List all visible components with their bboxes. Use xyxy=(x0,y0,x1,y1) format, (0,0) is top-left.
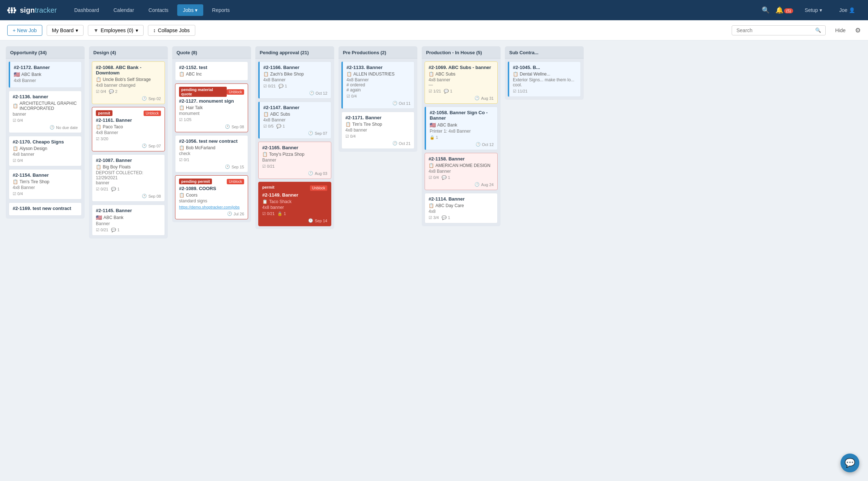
card-link[interactable]: https://demo.shoptracker.com/jobs xyxy=(179,205,244,209)
card--2-1145--banner[interactable]: #2-1145. Banner🇺🇸ABC BankBanner☑ 0/21💬 1 xyxy=(92,205,165,236)
card-title: #2-1147. Banner xyxy=(263,105,327,110)
card-meta: ☑ 0/21 xyxy=(262,164,327,169)
nav-reports[interactable]: Reports xyxy=(206,4,235,16)
column-header-pending_approval: Pending approval (21) xyxy=(255,46,334,59)
nav-jobs[interactable]: Jobs xyxy=(177,4,203,16)
column-header-opportunity: Opportunity (34) xyxy=(6,46,85,59)
unblock-button[interactable]: Unblock xyxy=(227,89,244,95)
card-title: #2-1154. Banner xyxy=(13,172,78,178)
nav-setup[interactable]: Setup xyxy=(799,4,827,16)
meta-item: ☑ 0/4 xyxy=(13,158,23,163)
file-icon: 📋 xyxy=(263,72,269,77)
column-cards-sub_contra: #2-1045. B...📋Dental Wellne...Exterior S… xyxy=(505,59,584,100)
nav-user[interactable]: Joe 👤 xyxy=(834,4,861,16)
meta-item: 💬 1 xyxy=(444,89,452,94)
unblock-button[interactable]: Unblock xyxy=(227,179,244,184)
card--2-1165--banner[interactable]: #2-1165. Banner📋Tony's Pizza ShopBanner☑… xyxy=(258,142,331,179)
date-text: No due date xyxy=(56,125,78,130)
search-icon[interactable]: 🔍 xyxy=(762,6,770,14)
meta-item: 💬 1 xyxy=(442,215,450,220)
employees-filter-button[interactable]: ▼ Employees (0) ▾ xyxy=(88,25,143,36)
card-meta: ☑ 3/4💬 1 xyxy=(429,215,494,220)
card-company: Paco Taco xyxy=(103,124,123,129)
card--2-1172--banner[interactable]: #2-1172. Banner🇺🇸ABC Bank4x8 Banner xyxy=(9,61,82,88)
card--2-1166--banner[interactable]: #2-1166. Banner📋Zach's Bike Shop4x8 Bann… xyxy=(258,61,331,99)
card-meta: ☑ 0/5💬 1 xyxy=(263,124,327,129)
card--2-1152--test[interactable]: #2-1152. test📋ABC Inc xyxy=(175,61,248,81)
card-meta: ☑ 1/21💬 1 xyxy=(429,89,494,94)
meta-item: 💬 1 xyxy=(442,175,450,180)
card-company: Zach's Bike Shop xyxy=(270,72,304,77)
file-icon: 📋 xyxy=(262,199,268,204)
card-date: 🕐Sep 07 xyxy=(263,131,327,136)
my-board-button[interactable]: My Board ▾ xyxy=(47,25,84,36)
search-input[interactable] xyxy=(736,27,815,33)
date-text: Sep 08 xyxy=(148,194,161,198)
column-header-sub_contra: Sub Contra... xyxy=(505,46,584,59)
card-meta: ☑ 0/4 xyxy=(13,158,78,163)
card-type: monument xyxy=(179,111,244,116)
card--2-1087--banner[interactable]: #2-1087. Banner📋Big Boy FloatsDEPOSIT CO… xyxy=(92,154,165,202)
nav-contacts[interactable]: Contacts xyxy=(143,4,174,16)
card-type: 4x8 Banner xyxy=(96,130,161,135)
bell-icon[interactable]: 🔔(5) xyxy=(775,6,793,14)
card--2-1136--banner[interactable]: #2-1136. banner📋ARCHITECTURAL GRAPHIC IN… xyxy=(9,91,82,133)
kanban-board: Opportunity (34)#2-1172. Banner🇺🇸ABC Ban… xyxy=(0,40,868,481)
card-date: 🕐Sep 08 xyxy=(96,194,161,198)
card--2-1069--abc-subs---banner[interactable]: #2-1069. ABC Subs - banner📋ABC Subs4x8 b… xyxy=(425,61,498,104)
card--2-1154--banner[interactable]: #2-1154. Banner📋Tim's Tire Shop4x8 Banne… xyxy=(9,169,82,199)
card--2-1170--cheapo-signs[interactable]: #2-1170. Cheapo Signs📋Alyson Design4x8 b… xyxy=(9,136,82,166)
nav-dashboard[interactable]: Dashboard xyxy=(68,4,105,16)
card-company: ALLEN INDUSTRIES xyxy=(353,72,395,77)
clock-icon: 🕐 xyxy=(142,96,147,101)
date-text: Sep 07 xyxy=(148,144,161,148)
meta-item: ☑ 0/4 xyxy=(13,118,23,123)
hide-button[interactable]: Hide xyxy=(830,25,851,35)
file-icon: 📋 xyxy=(429,163,434,168)
chat-fab-button[interactable]: 💬 xyxy=(841,454,859,472)
card-meta: ☑ 0/4 xyxy=(13,118,78,123)
card--2-1056--test-new-contract[interactable]: #2-1056. test new contract📋Bob McFarland… xyxy=(175,135,248,172)
card--2-1147--banner[interactable]: #2-1147. Banner📋ABC Subs4x8 Banner☑ 0/5💬… xyxy=(258,102,331,139)
card--2-1058--banner-sign-co---banner[interactable]: #2-1058. Banner Sign Co - Banner🇺🇸ABC Ba… xyxy=(425,107,498,150)
card-date: 🕐Sep 15 xyxy=(179,164,244,169)
date-text: Aug 24 xyxy=(481,182,494,187)
search-box[interactable]: 🔍 xyxy=(732,25,826,35)
card-date: 🕐Aug 03 xyxy=(262,171,327,176)
card-type: 4x8 banner — xyxy=(429,77,494,87)
meta-item: ☑ 0/21 xyxy=(262,164,275,169)
card--2-1161--banner[interactable]: permitUnblock#2-1161. Banner📋Paco Taco4x… xyxy=(92,107,165,151)
card--2-1127--monument-sign[interactable]: pending material quoteUnblock#2-1127. mo… xyxy=(175,83,248,132)
file-icon: 📋 xyxy=(96,77,101,82)
card-company: Taco Shack xyxy=(269,199,292,204)
meta-item: ☑ 0/21 xyxy=(262,211,275,216)
card--2-1089--coors[interactable]: pending permitUnblock#2-1089. COORS📋Coor… xyxy=(175,175,248,219)
card-title: #2-1069. ABC Subs - banner xyxy=(429,65,494,70)
clock-icon: 🕐 xyxy=(142,143,147,148)
unblock-button[interactable]: Unblock xyxy=(310,185,327,191)
card-type: Banner xyxy=(96,221,161,226)
card--2-1171--banner[interactable]: #2-1171. Banner📋Tim's Tire Shop4x8 banne… xyxy=(341,112,414,149)
card-date: 🕐Aug 24 xyxy=(429,182,494,187)
meta-item: ☑ 3/20 xyxy=(96,137,108,141)
card-meta: ☑ 0/4 xyxy=(345,134,410,139)
card-title: #2-1170. Cheapo Signs xyxy=(13,139,78,145)
new-job-button[interactable]: + New Job xyxy=(7,25,42,36)
card--2-1158--banner[interactable]: #2-1158. Banner📋AMERICAN HOME DESIGN4x8 … xyxy=(425,153,498,190)
column-cards-pre_productions: #2-1133. Banner📋ALLEN INDUSTRIES4x8 Bann… xyxy=(339,59,417,152)
nav-calendar[interactable]: Calendar xyxy=(108,4,140,16)
card--2-1169--test-new-contract[interactable]: #2-1169. test new contract xyxy=(9,202,82,216)
unblock-button[interactable]: Unblock xyxy=(144,111,161,116)
card--2-1114--banner[interactable]: #2-1114. Banner📋ABC Day Care4x8☑ 3/4💬 1 xyxy=(425,193,498,223)
card--2-1068--abc-bank---downtown[interactable]: #2-1068. ABC Bank - Downtown📋Uncle Bob's… xyxy=(92,61,165,104)
file-icon: 📋 xyxy=(179,72,184,77)
file-icon: 📋 xyxy=(513,72,518,77)
collapse-jobs-button[interactable]: ↕ Collapse Jobs xyxy=(148,25,195,36)
card--2-1149--banner[interactable]: permitUnblock#2-1149. Banner📋Taco Shack4… xyxy=(258,182,331,226)
meta-item: ☑ 1/21 xyxy=(429,89,441,94)
file-icon: 📋 xyxy=(179,105,184,110)
card--2-1045--b---[interactable]: #2-1045. B...📋Dental Wellne...Exterior S… xyxy=(508,61,581,97)
card--2-1133--banner[interactable]: #2-1133. Banner📋ALLEN INDUSTRIES4x8 Bann… xyxy=(341,61,414,109)
gear-icon[interactable]: ⚙ xyxy=(855,26,861,34)
card-date: 🕐Sep 14 xyxy=(262,218,327,223)
